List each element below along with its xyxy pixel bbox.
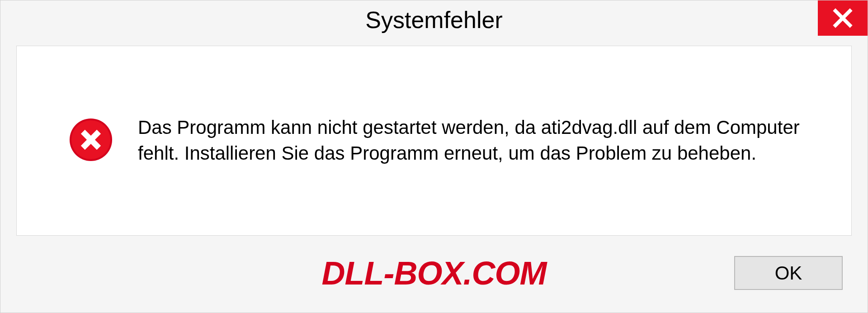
watermark-text: DLL-BOX.COM xyxy=(322,255,547,292)
titlebar: Systemfehler xyxy=(0,0,868,39)
ok-button[interactable]: OK xyxy=(734,256,843,290)
close-button[interactable] xyxy=(818,0,868,36)
content-area: Das Programm kann nicht gestartet werden… xyxy=(16,46,852,236)
error-message: Das Programm kann nicht gestartet werden… xyxy=(138,115,815,166)
error-dialog: Systemfehler Das Programm kann nicht ges… xyxy=(0,0,868,313)
close-icon xyxy=(832,7,854,29)
dialog-title: Systemfehler xyxy=(365,6,502,33)
error-icon xyxy=(69,118,113,164)
footer: DLL-BOX.COM OK xyxy=(0,247,868,313)
